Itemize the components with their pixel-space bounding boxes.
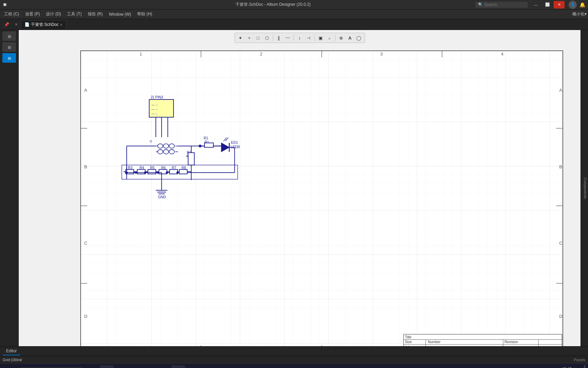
toolbar-sep-2 [294,35,294,41]
schematic-editor[interactable]: ✦ + □ ⬡ ‖ 〰 ↕ ⊣ ▣ ⬦ ⊕ A ◯ [19,30,581,346]
left-panel: ▤ ▤ ▤ [0,30,19,346]
menu-design[interactable]: 设计 (D) [43,10,64,18]
svg-text:C: C [559,241,562,246]
components-panel-tab[interactable]: Components [583,175,588,201]
left-panel-btn-active[interactable]: ▤ [2,53,16,63]
vertical-tool-btn[interactable]: ↕ [296,34,304,42]
oval-tool-btn[interactable]: ◯ [355,34,363,42]
svg-text:D: D [559,314,562,319]
user-avatar[interactable]: 👤 [569,1,577,9]
editor-tab[interactable]: Editor [3,347,20,355]
text-tool-btn[interactable]: A [346,34,354,42]
taskview-button[interactable]: ⧉ [86,365,99,368]
svg-text:— ←: — ← [151,112,159,116]
tab-close-button[interactable]: ✕ [60,23,63,27]
svg-rect-100 [169,169,177,174]
svg-text:千: 千 [149,140,152,143]
window-title: 千簧管.SchDoc - Altium Designer (20.0.2) [71,2,475,7]
svg-point-103 [176,171,179,174]
grid-status: Grid:100mil [3,358,22,362]
svg-rect-65 [205,143,213,147]
taskbar: ⊞ 🔍 ⧉ 🌐 📁 🪟 T 🟠 ◈ ^ ⌨ 🌐 🔊 中 18:49 2022/3… [0,363,588,368]
bus-tool-btn[interactable]: ▣ [317,34,324,42]
tab-new[interactable]: ✕ [12,22,21,27]
wave-tool-btn[interactable]: 〰 [284,34,292,42]
tab-bar: 📌 ✕ 📄 千簧管.SchDoc ✕ [0,19,588,30]
user-label[interactable]: 概小化▾ [572,11,587,17]
svg-rect-84 [137,169,145,174]
svg-text:Number: Number [428,340,441,344]
schematic-toolbar: ✦ + □ ⬡ ‖ 〰 ↕ ⊣ ▣ ⬦ ⊕ A ◯ [234,33,365,43]
rectangle-tool-btn[interactable]: □ [255,34,262,42]
svg-text:R1: R1 [203,136,208,140]
schematic-drawing: 1 2 3 4 1 2 3 4 A B C D A B C D J1 PIN3 [19,30,581,346]
polygon-tool-btn[interactable]: ⬡ [263,34,271,42]
altium-button[interactable]: ◈ [172,365,185,368]
tab-schematic[interactable]: 📄 千簧管.SchDoc ✕ [21,20,66,29]
add-tool-btn[interactable]: + [246,34,253,42]
tab-pin[interactable]: 📌 [1,22,12,27]
minimize-button[interactable]: — [530,1,541,9]
toolbar-sep-3 [314,35,315,41]
clock: 18:49 2022/3/22 [555,366,572,368]
start-button[interactable]: ⊞ [3,365,16,368]
tab-icon: 📄 [24,22,30,27]
maximize-button[interactable]: ⬜ [542,1,553,9]
svg-text:C: C [84,241,87,246]
svg-text:2: 2 [260,51,262,57]
time-display: 18:49 [555,366,572,368]
search-input[interactable] [484,2,525,7]
notification-icon[interactable]: 🔔 [579,2,585,7]
menu-help[interactable]: 帮助 (H) [134,10,155,18]
svg-text:B: B [559,164,562,169]
store-button[interactable]: 🪟 [129,365,142,368]
editor-bar: Editor [0,346,588,356]
svg-text:3: 3 [380,51,382,57]
svg-rect-2 [81,51,563,346]
svg-text:D: D [84,314,87,319]
svg-text:A: A [559,88,562,93]
select-tool-btn[interactable]: ✦ [237,34,244,42]
svg-text:A: A [84,88,87,93]
edge-browser-button[interactable]: 🌐 [100,365,114,368]
status-bar: Grid:100mil Panels [0,356,588,363]
orange-app-button[interactable]: 🟠 [157,365,171,368]
svg-rect-94 [159,169,167,174]
svg-text:GND: GND [158,195,166,199]
tab-label: 千簧管.SchDoc [31,22,59,28]
panels-button[interactable]: Panels [574,358,585,362]
svg-text:Title: Title [405,335,411,339]
show-desktop-button[interactable] [584,365,585,368]
svg-rect-90 [148,169,156,174]
svg-text:Revision: Revision [504,340,518,344]
menu-project[interactable]: 工程 (C) [1,10,22,18]
search-area[interactable]: 🔍 [475,2,528,8]
right-panel: Components Properties [581,30,588,346]
svg-text:4: 4 [501,51,503,57]
menu-place[interactable]: 放置 (P) [22,10,43,18]
svg-text:Size: Size [405,340,412,344]
left-panel-btn-1[interactable]: ▤ [2,31,16,41]
svg-text:LEDR: LEDR [231,145,240,149]
svg-point-98 [166,171,168,174]
menu-report[interactable]: 报告 (R) [85,10,105,18]
user-area: 概小化▾ [572,11,587,17]
svg-text:A4: A4 [405,346,409,346]
file-explorer-button[interactable]: 📁 [114,365,128,368]
toolbar-sep-4 [335,35,336,41]
diamond-tool-btn[interactable]: ⬦ [326,34,333,42]
menu-bar: 工程 (C) 放置 (P) 设计 (D) 工具 (T) 报告 (R) Windo… [0,10,588,19]
teams-button[interactable]: T [143,365,157,368]
circle-tool-btn[interactable]: ⊕ [338,34,345,42]
menu-tools[interactable]: 工具 (T) [64,10,84,18]
main-layout: ▤ ▤ ▤ ✦ + □ ⬡ ‖ 〰 ↕ ⊣ ▣ ⬦ ⊕ A ◯ [0,30,588,346]
close-button[interactable]: ✕ [554,1,565,9]
pin-tool-btn[interactable]: ⊣ [305,34,312,42]
parallel-tool-btn[interactable]: ‖ [275,34,283,42]
menu-window[interactable]: Window (W) [106,11,134,18]
title-bar: 🔲 千簧管.SchDoc - Altium Designer (20.0.2) … [0,0,588,10]
svg-text:B: B [84,164,87,169]
left-panel-btn-2[interactable]: ▤ [2,42,16,52]
svg-text:— ←: — ← [151,108,159,111]
search-icon: 🔍 [478,2,483,7]
